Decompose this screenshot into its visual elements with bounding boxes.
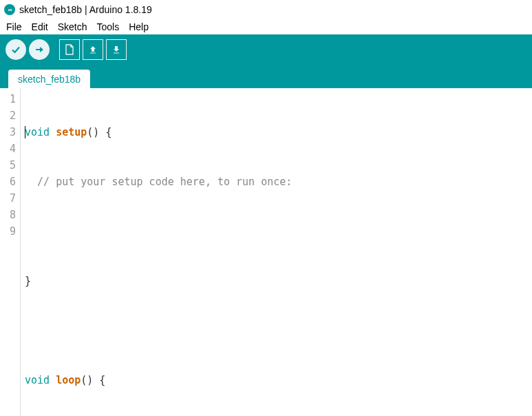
toolbar (0, 34, 532, 65)
window-titlebar: ∞ sketch_feb18b | Arduino 1.8.19 (0, 0, 532, 19)
code-area[interactable]: void setup() { // put your setup code he… (21, 88, 532, 416)
menu-help[interactable]: Help (124, 20, 153, 34)
code-text (25, 176, 37, 188)
open-button[interactable] (83, 39, 103, 60)
arrow-up-icon (88, 44, 98, 55)
menu-tools[interactable]: Tools (92, 20, 125, 34)
tab-bar: sketch_feb18b (0, 65, 532, 88)
upload-button[interactable] (29, 39, 50, 60)
keyword: void (25, 126, 50, 138)
line-number: 1 (0, 91, 16, 107)
menu-file[interactable]: File (1, 20, 27, 34)
code-editor[interactable]: 1 2 3 4 5 6 7 8 9 void setup() { // put … (0, 88, 532, 416)
line-number: 6 (0, 174, 16, 190)
function-name: loop (56, 374, 81, 386)
comment: // put your setup code here, to run once… (37, 176, 292, 188)
line-number: 8 (0, 207, 16, 223)
keyword: void (25, 374, 50, 386)
menu-bar: File Edit Sketch Tools Help (0, 19, 532, 34)
svg-rect-0 (90, 53, 96, 54)
line-number: 9 (0, 223, 16, 240)
code-line (25, 223, 532, 240)
svg-rect-1 (114, 53, 119, 54)
code-line: } (25, 273, 532, 289)
code-text (50, 126, 56, 138)
line-number: 3 (0, 124, 16, 141)
file-icon (65, 44, 74, 55)
arrow-right-icon (34, 44, 45, 55)
line-number: 7 (0, 190, 16, 207)
code-line: void loop() { (25, 372, 532, 388)
code-text: } (25, 275, 31, 287)
check-icon (10, 44, 21, 55)
window-title: sketch_feb18b | Arduino 1.8.19 (19, 4, 152, 15)
line-gutter: 1 2 3 4 5 6 7 8 9 (0, 88, 21, 416)
code-line: // put your setup code here, to run once… (25, 174, 532, 190)
line-number: 4 (0, 141, 16, 157)
tab-sketch[interactable]: sketch_feb18b (8, 70, 90, 88)
code-text (50, 374, 56, 386)
arduino-app-icon: ∞ (4, 4, 15, 15)
save-button[interactable] (106, 39, 127, 60)
verify-button[interactable] (6, 39, 26, 60)
code-line: void setup() { (25, 124, 532, 141)
menu-sketch[interactable]: Sketch (53, 20, 92, 34)
menu-edit[interactable]: Edit (27, 20, 53, 34)
function-name: setup (56, 126, 87, 138)
code-text: () { (87, 126, 111, 138)
line-number: 2 (0, 107, 16, 124)
code-text: () { (81, 374, 105, 386)
line-number: 5 (0, 157, 16, 174)
code-line (25, 322, 532, 339)
new-button[interactable] (59, 39, 80, 60)
arrow-down-icon (111, 44, 121, 55)
